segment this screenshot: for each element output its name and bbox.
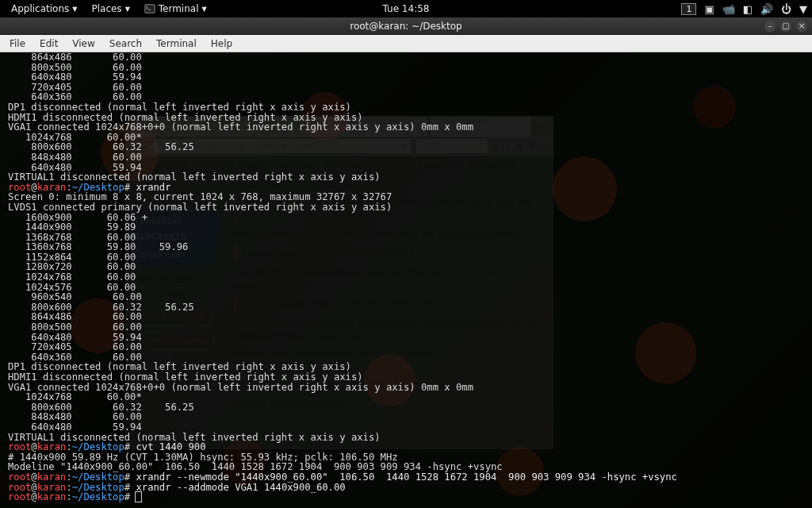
chevron-down-icon: ▼ — [72, 6, 77, 13]
terminal-output: Screen 0: minimum 8 x 8, current 1024 x … — [8, 191, 473, 442]
window-buttons: – ◻ × — [764, 21, 807, 32]
terminal-stage: How change display resolution settings u… — [0, 52, 812, 508]
power-icon[interactable]: ⏻ — [781, 3, 791, 15]
terminal-viewport[interactable]: 864x486 60.00 800x500 60.00 640x480 59.9… — [0, 52, 812, 508]
places-label: Places — [91, 3, 121, 14]
terminal-output: 864x486 60.00 800x500 60.00 640x480 59.9… — [8, 52, 473, 183]
menu-help[interactable]: Help — [205, 37, 239, 51]
menu-edit[interactable]: Edit — [33, 37, 64, 51]
terminal-command — [130, 491, 136, 502]
terminal-cursor — [136, 492, 141, 502]
terminal-output: # 1440x900 59.89 Hz (CVT 1.30MA) hsync: … — [8, 452, 503, 473]
applications-label: Applications — [11, 3, 69, 14]
panel-left-group: Applications ▼ Places ▼ Terminal ▼ — [5, 0, 213, 17]
top-panel: Applications ▼ Places ▼ Terminal ▼ Tue 1… — [0, 0, 812, 17]
terminal-menubar: File Edit View Search Terminal Help — [0, 35, 812, 52]
chevron-down-icon: ▼ — [202, 6, 207, 13]
close-button[interactable]: × — [796, 21, 807, 32]
places-menu[interactable]: Places ▼ — [85, 0, 136, 17]
svg-rect-0 — [145, 5, 155, 13]
camera-icon[interactable]: 📹 — [722, 3, 735, 15]
applications-menu[interactable]: Applications ▼ — [5, 0, 83, 17]
workspace-indicator[interactable]: 1 — [681, 3, 696, 15]
record-icon[interactable]: ▣ — [704, 3, 714, 15]
maximize-button[interactable]: ◻ — [780, 21, 791, 32]
system-tray: 1 ▣ 📹 ◧ 🔊 ⏻ ▼ — [681, 3, 807, 15]
minimize-button[interactable]: – — [764, 21, 776, 32]
menu-file[interactable]: File — [3, 37, 32, 51]
menu-view[interactable]: View — [66, 37, 101, 51]
active-app-menu[interactable]: Terminal ▼ — [138, 0, 213, 17]
shell-prompt: root@karan:~/Desktop# — [8, 491, 130, 502]
menu-terminal[interactable]: Terminal — [150, 37, 203, 51]
terminal-command: xrandr --addmode VGA1 1440x900_60.00 — [130, 482, 346, 493]
terminal-icon — [144, 3, 155, 14]
panel-clock[interactable]: Tue 14:58 — [383, 3, 430, 14]
network-icon[interactable]: ◧ — [743, 3, 753, 15]
menu-search[interactable]: Search — [103, 37, 148, 51]
volume-icon[interactable]: 🔊 — [760, 3, 773, 15]
user-menu-icon[interactable]: ▼ — [799, 3, 807, 15]
window-titlebar[interactable]: root@karan: ~/Desktop – ◻ × — [0, 17, 812, 35]
chevron-down-icon: ▼ — [125, 6, 130, 13]
active-app-label: Terminal — [159, 3, 199, 14]
window-title: root@karan: ~/Desktop — [350, 21, 462, 32]
